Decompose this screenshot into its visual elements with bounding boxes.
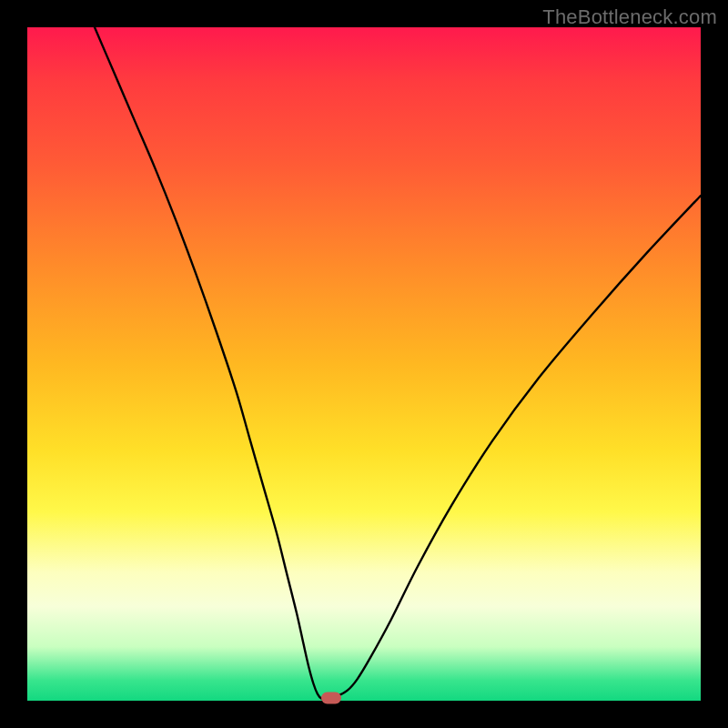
plot-area — [27, 27, 701, 701]
watermark-text: TheBottleneck.com — [542, 5, 717, 29]
curve-svg — [27, 27, 701, 701]
chart-frame: TheBottleneck.com — [0, 0, 728, 728]
bottleneck-curve — [95, 27, 701, 699]
optimal-marker — [321, 692, 341, 703]
